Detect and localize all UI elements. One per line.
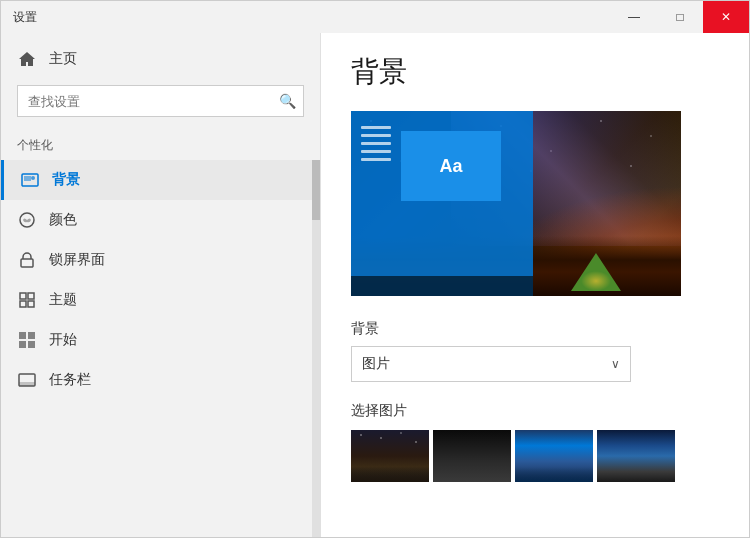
start-icon xyxy=(17,330,37,350)
search-box: 🔍 xyxy=(17,85,304,117)
svg-rect-11 xyxy=(19,341,26,348)
sidebar-colors-label: 颜色 xyxy=(49,211,77,229)
photo-thumb-4[interactable] xyxy=(597,430,675,482)
sidebar-themes-label: 主题 xyxy=(49,291,77,309)
sidebar-lockscreen-label: 锁屏界面 xyxy=(49,251,105,269)
main-panel: 背景 xyxy=(321,33,749,537)
background-section-label: 背景 xyxy=(351,320,719,338)
svg-point-2 xyxy=(31,176,35,180)
minimize-button[interactable]: — xyxy=(611,1,657,33)
sidebar-item-lockscreen[interactable]: 锁屏界面 xyxy=(1,240,320,280)
svg-rect-8 xyxy=(28,301,34,307)
photos-section-label: 选择图片 xyxy=(351,402,719,420)
maximize-button[interactable]: □ xyxy=(657,1,703,33)
preview-line-5 xyxy=(361,158,391,161)
sidebar-nav: 背景 颜色 xyxy=(1,160,320,537)
titlebar-controls: — □ ✕ xyxy=(611,1,749,33)
svg-rect-6 xyxy=(28,293,34,299)
sidebar-item-start[interactable]: 开始 xyxy=(1,320,320,360)
sidebar-item-themes[interactable]: 主题 xyxy=(1,280,320,320)
search-icon: 🔍 xyxy=(279,93,296,109)
background-dropdown[interactable]: 图片 ∨ xyxy=(351,346,631,382)
page-title: 背景 xyxy=(351,53,719,91)
svg-rect-14 xyxy=(19,382,35,386)
sidebar-item-colors[interactable]: 颜色 xyxy=(1,200,320,240)
themes-icon xyxy=(17,290,37,310)
tent-glow xyxy=(581,271,611,291)
preview-taskbar xyxy=(351,276,533,296)
svg-rect-9 xyxy=(19,332,26,339)
photo-thumb-1[interactable] xyxy=(351,430,429,482)
sidebar-item-taskbar[interactable]: 任务栏 xyxy=(1,360,320,400)
dropdown-current-value: 图片 xyxy=(362,355,390,373)
svg-rect-7 xyxy=(20,301,26,307)
colors-icon xyxy=(17,210,37,230)
background-dropdown-container: 图片 ∨ xyxy=(351,346,631,382)
sidebar: 主页 🔍 个性化 xyxy=(1,33,321,537)
sidebar-home-label: 主页 xyxy=(49,50,77,68)
preview-line-3 xyxy=(361,142,391,145)
sidebar-background-label: 背景 xyxy=(52,171,80,189)
svg-rect-4 xyxy=(21,259,33,267)
home-icon xyxy=(17,49,37,69)
svg-rect-1 xyxy=(24,176,31,181)
preview-line-2 xyxy=(361,134,391,137)
sidebar-section-label: 个性化 xyxy=(1,125,320,160)
photo-thumb-2[interactable] xyxy=(433,430,511,482)
preview-aa-label: Aa xyxy=(439,156,462,177)
preview-line-4 xyxy=(361,150,391,153)
photo-thumb-3[interactable] xyxy=(515,430,593,482)
sidebar-item-background[interactable]: 背景 xyxy=(1,160,320,200)
sidebar-start-label: 开始 xyxy=(49,331,77,349)
background-icon xyxy=(20,170,40,190)
settings-window: 设置 — □ ✕ 主页 🔍 个性 xyxy=(0,0,750,538)
sidebar-home-item[interactable]: 主页 xyxy=(1,41,320,77)
preview-sidebar-lines xyxy=(361,126,391,161)
photo-1-stars xyxy=(351,430,429,461)
svg-rect-12 xyxy=(28,341,35,348)
titlebar: 设置 — □ ✕ xyxy=(1,1,749,33)
preview-line-1 xyxy=(361,126,391,129)
search-input[interactable] xyxy=(17,85,304,117)
sidebar-taskbar-label: 任务栏 xyxy=(49,371,91,389)
svg-rect-5 xyxy=(20,293,26,299)
svg-rect-10 xyxy=(28,332,35,339)
background-preview: Aa xyxy=(351,111,681,296)
preview-tent xyxy=(571,251,621,291)
scrollbar-thumb[interactable] xyxy=(312,160,320,220)
photos-row xyxy=(351,430,719,482)
titlebar-title: 设置 xyxy=(13,9,37,26)
preview-window: Aa xyxy=(401,131,501,201)
taskbar-icon xyxy=(17,370,37,390)
dropdown-arrow-icon: ∨ xyxy=(611,357,620,371)
content-area: 主页 🔍 个性化 xyxy=(1,33,749,537)
close-button[interactable]: ✕ xyxy=(703,1,749,33)
scrollbar-track xyxy=(312,160,320,537)
lockscreen-icon xyxy=(17,250,37,270)
